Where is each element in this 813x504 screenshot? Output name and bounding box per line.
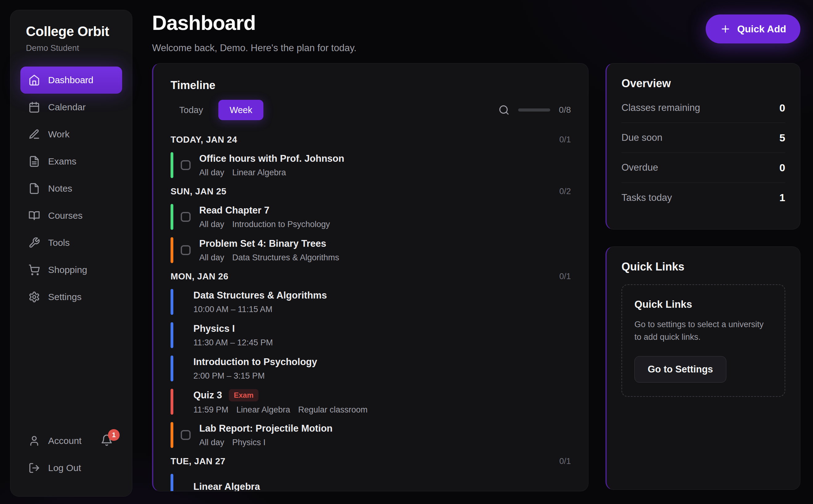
day-header: TODAY, JAN 240/1 — [170, 134, 571, 145]
tab-today[interactable]: Today — [170, 105, 212, 115]
sidebar-item-exams[interactable]: Exams — [20, 148, 122, 175]
event-color-bar — [170, 356, 173, 381]
exam-badge: Exam — [229, 389, 259, 401]
timeline-entry[interactable]: Physics I11:30 AM – 12:45 PM — [170, 322, 571, 348]
timeline-entry[interactable]: Lab Report: Projectile MotionAll dayPhys… — [170, 422, 571, 448]
task-checkbox[interactable] — [181, 160, 190, 170]
entry-meta: All dayData Structures & Algorithms — [199, 253, 339, 262]
timeline-panel: Timeline Today Week 0/8 TODAY, JAN 240/1… — [152, 63, 588, 491]
quick-links-empty-state: Quick Links Go to settings to select a u… — [622, 284, 785, 397]
pencil-icon — [28, 128, 40, 140]
home-icon — [28, 74, 40, 86]
overview-row-value: 1 — [779, 192, 785, 204]
entry-body: Physics I11:30 AM – 12:45 PM — [193, 323, 273, 348]
logout-label: Log Out — [48, 463, 81, 473]
book-open-icon — [28, 210, 40, 222]
entry-meta: 10:00 AM – 11:15 AM — [193, 305, 327, 314]
timeline-entry[interactable]: Data Structures & Algorithms10:00 AM – 1… — [170, 289, 571, 315]
entry-meta-part: Linear Algebra — [232, 168, 286, 177]
sidebar-item-label: Dashboard — [48, 75, 93, 85]
overview-row: Due soon5 — [622, 123, 785, 153]
entry-meta: All dayIntroduction to Psychology — [199, 220, 330, 229]
entry-meta-part: Data Structures & Algorithms — [232, 253, 339, 262]
day-label: TODAY, JAN 24 — [170, 135, 237, 145]
day-header: MON, JAN 260/1 — [170, 271, 571, 282]
sidebar-item-label: Notes — [48, 183, 72, 194]
entry-meta: All dayLinear Algebra — [199, 168, 344, 177]
entry-body: Introduction to Psychology2:00 PM – 3:15… — [193, 356, 317, 381]
notifications-bell[interactable]: 1 — [100, 434, 114, 448]
quick-add-button[interactable]: Quick Add — [706, 14, 800, 43]
task-checkbox[interactable] — [181, 245, 190, 255]
timeline-entry[interactable]: Office hours with Prof. JohnsonAll dayLi… — [170, 152, 571, 178]
sidebar-item-notes[interactable]: Notes — [20, 175, 122, 202]
log-out-icon — [28, 462, 40, 474]
sidebar-item-courses[interactable]: Courses — [20, 202, 122, 229]
entry-title: Linear Algebra — [193, 481, 260, 491]
overview-row-label: Due soon — [622, 132, 663, 143]
entry-title: Read Chapter 7 — [199, 205, 269, 216]
sidebar-item-calendar[interactable]: Calendar — [20, 94, 122, 121]
entry-meta-part: Linear Algebra — [237, 405, 290, 415]
sidebar-item-dashboard[interactable]: Dashboard — [20, 67, 122, 94]
timeline-entry[interactable]: Introduction to Psychology2:00 PM – 3:15… — [170, 356, 571, 381]
timeline-controls: Today Week 0/8 — [170, 100, 571, 120]
timeline-day: MON, JAN 260/1Data Structures & Algorith… — [170, 271, 571, 448]
entry-meta: 2:00 PM – 3:15 PM — [193, 371, 317, 381]
timeline-tools: 0/8 — [498, 104, 571, 116]
sidebar-item-shopping[interactable]: Shopping — [20, 256, 122, 283]
entry-meta-part: 2:00 PM – 3:15 PM — [193, 371, 265, 381]
sidebar-item-settings[interactable]: Settings — [20, 283, 122, 311]
sidebar-item-tools[interactable]: Tools — [20, 229, 122, 256]
day-task-count: 0/1 — [559, 135, 571, 144]
overview-panel: Overview Classes remaining0Due soon5Over… — [605, 63, 800, 230]
event-color-bar — [170, 289, 173, 315]
overview-row: Tasks today1 — [622, 183, 785, 213]
entry-meta-part: All day — [199, 168, 224, 177]
entry-meta-part: 11:30 AM – 12:45 PM — [193, 338, 273, 348]
event-color-bar — [170, 204, 173, 230]
sidebar-item-label: Exams — [48, 156, 76, 167]
timeline-day: SUN, JAN 250/2Read Chapter 7All dayIntro… — [170, 186, 571, 263]
task-checkbox[interactable] — [181, 212, 190, 222]
entry-title: Data Structures & Algorithms — [193, 290, 327, 301]
sidebar-item-label: Calendar — [48, 102, 86, 112]
day-header: SUN, JAN 250/2 — [170, 186, 571, 197]
sidebar-item-work[interactable]: Work — [20, 121, 122, 148]
day-task-count: 0/1 — [559, 272, 571, 281]
task-checkbox[interactable] — [181, 430, 190, 440]
overview-rows: Classes remaining0Due soon5Overdue0Tasks… — [622, 93, 785, 213]
overview-row-value: 5 — [779, 132, 785, 144]
entry-meta-part: Introduction to Psychology — [232, 220, 330, 229]
timeline-day: TUE, JAN 270/1Linear Algebra — [170, 456, 571, 491]
overview-row-label: Classes remaining — [622, 102, 700, 113]
day-label: MON, JAN 26 — [170, 271, 229, 282]
entry-meta: All dayPhysics I — [199, 438, 333, 447]
entry-body: Data Structures & Algorithms10:00 AM – 1… — [193, 290, 327, 314]
entry-meta-part: Physics I — [232, 438, 266, 447]
progress-bar — [518, 108, 550, 112]
timeline-entry[interactable]: Quiz 3Exam11:59 PMLinear AlgebraRegular … — [170, 389, 571, 415]
timeline-entry[interactable]: Linear Algebra — [170, 474, 571, 491]
page-title: Dashboard — [152, 11, 800, 35]
go-to-settings-button[interactable]: Go to Settings — [635, 356, 726, 383]
sidebar-item-account[interactable]: Account 1 — [20, 427, 122, 454]
page-header: Dashboard Welcome back, Demo. Here's the… — [152, 11, 800, 54]
timeline-entry[interactable]: Read Chapter 7All dayIntroduction to Psy… — [170, 204, 571, 230]
overview-row-label: Overdue — [622, 162, 658, 173]
notification-badge: 1 — [108, 429, 120, 441]
entry-meta-part: All day — [199, 220, 224, 229]
event-color-bar — [170, 474, 173, 491]
tab-week[interactable]: Week — [219, 100, 264, 120]
file-text-icon — [28, 156, 40, 167]
entry-body: Problem Set 4: Binary TreesAll dayData S… — [199, 238, 339, 262]
search-icon[interactable] — [498, 104, 509, 116]
calendar-icon — [28, 101, 40, 113]
event-color-bar — [170, 422, 173, 448]
sidebar-item-logout[interactable]: Log Out — [20, 454, 122, 482]
event-color-bar — [170, 322, 173, 348]
entry-body: Read Chapter 7All dayIntroduction to Psy… — [199, 205, 330, 229]
progress-label: 0/8 — [559, 105, 571, 115]
entry-meta-part: 11:59 PM — [193, 405, 229, 415]
timeline-entry[interactable]: Problem Set 4: Binary TreesAll dayData S… — [170, 237, 571, 263]
